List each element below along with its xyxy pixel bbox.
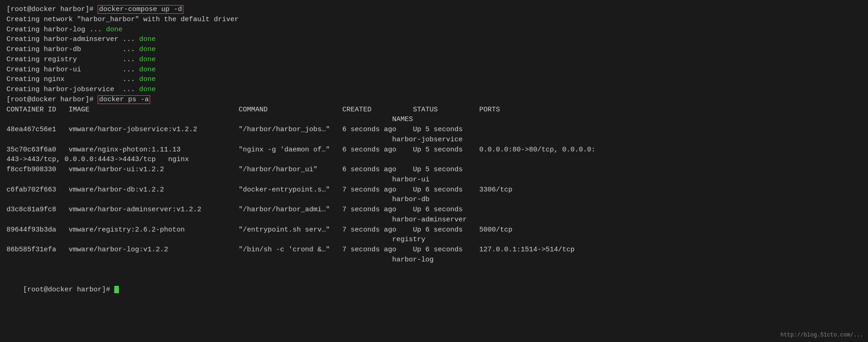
names-label-header: NAMES bbox=[6, 115, 862, 125]
line-network: Creating network "harbor_harbor" with th… bbox=[6, 15, 862, 25]
bottom-link: http://blog.51cto.com/... bbox=[780, 331, 863, 339]
table-row: f8ccfb908330 vmware/harbor-ui:v1.2.2 "/h… bbox=[6, 165, 862, 175]
line-compose-command: [root@docker harbor]# docker-compose up … bbox=[6, 5, 862, 15]
done-adminserver: done bbox=[139, 35, 156, 43]
line-registry: Creating registry ... done bbox=[6, 55, 862, 65]
table-row: 89644f93b3da vmware/registry:2.6.2-photo… bbox=[6, 225, 862, 235]
line-nginx: Creating nginx ... done bbox=[6, 75, 862, 85]
line-jobservice: Creating harbor-jobservice ... done bbox=[6, 85, 862, 95]
line-ui: Creating harbor-ui ... done bbox=[6, 65, 862, 75]
table-row-name: harbor-ui bbox=[6, 175, 862, 185]
table-row-name: harbor-adminserver bbox=[6, 215, 862, 225]
empty-line bbox=[6, 265, 862, 275]
table-row: 86b585f31efa vmware/harbor-log:v1.2.2 "/… bbox=[6, 245, 862, 255]
cursor-block bbox=[114, 286, 119, 293]
final-prompt-line: [root@docker harbor]# bbox=[6, 275, 862, 305]
line-docker-ps-cmd: [root@docker harbor]# docker ps -a bbox=[6, 95, 862, 105]
prompt3: [root@docker harbor]# bbox=[23, 286, 114, 294]
table-row: 35c70c63f6a0 vmware/nginx-photon:1.11.13… bbox=[6, 145, 862, 155]
prompt1: [root@docker harbor]# bbox=[6, 6, 98, 13]
terminal-output: [root@docker harbor]# docker-compose up … bbox=[6, 5, 862, 305]
compose-command: docker-compose up -d bbox=[98, 5, 183, 14]
table-row: 48ea467c56e1 vmware/harbor-jobservice:v1… bbox=[6, 125, 862, 135]
docker-ps-command: docker ps -a bbox=[98, 95, 150, 104]
done-db: done bbox=[139, 46, 156, 53]
done-jobservice: done bbox=[139, 86, 156, 93]
done-registry: done bbox=[139, 56, 156, 64]
line-db: Creating harbor-db ... done bbox=[6, 45, 862, 55]
prompt2: [root@docker harbor]# bbox=[6, 96, 98, 104]
table-row-name: harbor-db bbox=[6, 195, 862, 205]
table-row: d3c8c81a9fc8 vmware/harbor-adminserver:v… bbox=[6, 205, 862, 215]
done-log: done bbox=[106, 26, 123, 34]
table-row-name: registry bbox=[6, 235, 862, 245]
line-adminserver: Creating harbor-adminserver ... done bbox=[6, 35, 862, 45]
table-row-name: harbor-log bbox=[6, 255, 862, 265]
table-header: CONTAINER ID IMAGE COMMAND CREATED STATU… bbox=[6, 105, 862, 115]
line-log: Creating harbor-log ... done bbox=[6, 25, 862, 35]
done-nginx: done bbox=[139, 75, 156, 83]
table-row: c6fab702f663 vmware/harbor-db:v1.2.2 "do… bbox=[6, 185, 862, 195]
table-row-ports-wrap: 443->443/tcp, 0.0.0.0:4443->4443/tcp ngi… bbox=[6, 155, 862, 165]
done-ui: done bbox=[139, 66, 156, 74]
table-row-name: harbor-jobservice bbox=[6, 135, 862, 145]
